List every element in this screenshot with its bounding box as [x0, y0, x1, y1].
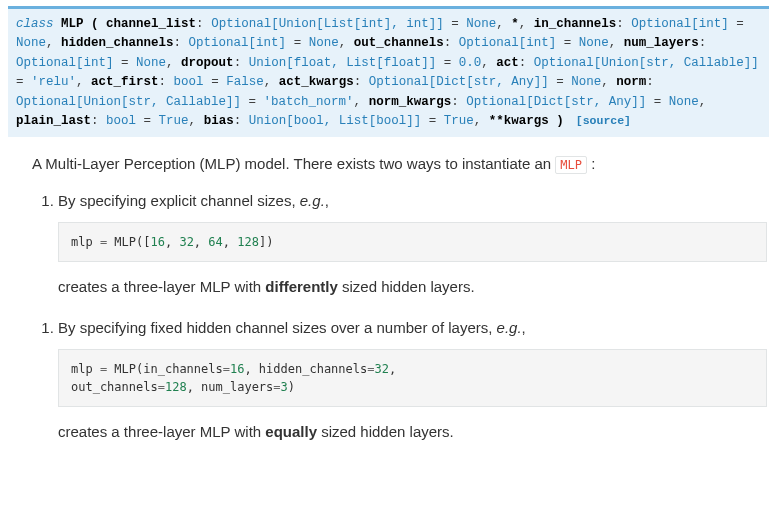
param-default: 'relu' — [31, 75, 76, 89]
code-token: , — [165, 235, 179, 249]
param-default: True — [159, 114, 189, 128]
param-name: plain_last — [16, 114, 91, 128]
list: By specifying explicit channel sizes, e.… — [32, 190, 767, 299]
param-type: Optional[int] — [189, 36, 287, 50]
code-token: mlp — [71, 235, 100, 249]
code-token: MLP([ — [107, 235, 150, 249]
code-token: , — [389, 362, 396, 376]
code-block: mlp = MLP(in_channels=16, hidden_channel… — [58, 349, 767, 407]
code-token: 16 — [230, 362, 244, 376]
list-item: By specifying explicit channel sizes, e.… — [58, 190, 767, 299]
after-text: creates a three-layer MLP with — [58, 423, 265, 440]
lead-text: By specifying explicit channel sizes, — [58, 192, 300, 209]
param-name: * — [511, 17, 519, 31]
code-token: , — [194, 235, 208, 249]
code-token: 3 — [281, 380, 288, 394]
class-keyword: class — [16, 17, 54, 31]
param-name: channel_list — [106, 17, 196, 31]
source-link[interactable]: [source] — [576, 114, 631, 127]
paren-close: ) — [556, 114, 564, 128]
lead-text-end: , — [522, 319, 526, 336]
param-name: norm_kwargs — [369, 95, 452, 109]
lead-em: e.g. — [300, 192, 325, 209]
class-signature: class MLP ( channel_list: Optional[Union… — [8, 6, 769, 137]
param-name: dropout — [181, 56, 234, 70]
class-description: A Multi-Layer Perception (MLP) model. Th… — [8, 137, 769, 464]
code-token: 128 — [165, 380, 187, 394]
class-name: MLP — [61, 17, 84, 31]
code-token: , hidden_channels — [244, 362, 367, 376]
param-default: None — [136, 56, 166, 70]
param-name: **kwargs — [489, 114, 549, 128]
lead-text: By specifying fixed hidden channel sizes… — [58, 319, 497, 336]
param-name: in_channels — [534, 17, 617, 31]
inline-code-mlp: MLP — [555, 156, 587, 174]
param-type: Optional[int] — [459, 36, 557, 50]
after-strong: differently — [265, 278, 338, 295]
param-default: None — [579, 36, 609, 50]
list-item: By specifying fixed hidden channel sizes… — [58, 317, 767, 444]
paren-open: ( — [91, 17, 99, 31]
code-token: = — [223, 362, 230, 376]
code-token: mlp — [71, 362, 100, 376]
after-text-end: sized hidden layers. — [317, 423, 454, 440]
param-name: num_layers — [624, 36, 699, 50]
param-type: Optional[Union[List[int], int]] — [211, 17, 444, 31]
code-token: 32 — [179, 235, 193, 249]
list: By specifying fixed hidden channel sizes… — [32, 317, 767, 444]
param-default: 'batch_norm' — [264, 95, 354, 109]
param-name: bias — [204, 114, 234, 128]
code-token: MLP(in_channels — [107, 362, 223, 376]
list-item-lead: By specifying explicit channel sizes, e.… — [58, 190, 767, 213]
param-default: None — [571, 75, 601, 89]
code-token: 16 — [151, 235, 165, 249]
param-default: 0.0 — [459, 56, 482, 70]
code-token: ]) — [259, 235, 273, 249]
after-text-end: sized hidden layers. — [338, 278, 475, 295]
param-type: Optional[int] — [16, 56, 114, 70]
code-token: , — [223, 235, 237, 249]
code-token: 64 — [208, 235, 222, 249]
code-token: , num_layers — [187, 380, 274, 394]
param-type: Union[float, List[float]] — [249, 56, 437, 70]
code-token: 128 — [237, 235, 259, 249]
param-type: Optional[Union[str, Callable]] — [534, 56, 759, 70]
after-strong: equally — [265, 423, 317, 440]
param-type: Optional[int] — [631, 17, 729, 31]
param-type: Optional[Union[str, Callable]] — [16, 95, 241, 109]
code-token: 32 — [374, 362, 388, 376]
param-type: Optional[Dict[str, Any]] — [466, 95, 646, 109]
code-token: ) — [288, 380, 295, 394]
param-name: act_first — [91, 75, 159, 89]
lead-text-end: , — [325, 192, 329, 209]
param-name: out_channels — [354, 36, 444, 50]
code-token: out_channels — [71, 380, 158, 394]
lead-em: e.g. — [497, 319, 522, 336]
param-name: norm — [616, 75, 646, 89]
param-default: True — [444, 114, 474, 128]
param-type: Optional[Dict[str, Any]] — [369, 75, 549, 89]
intro-text: A Multi-Layer Perception (MLP) model. Th… — [32, 155, 555, 172]
param-name: act — [496, 56, 519, 70]
param-type: Union[bool, List[bool]] — [249, 114, 422, 128]
intro-paragraph: A Multi-Layer Perception (MLP) model. Th… — [32, 153, 767, 176]
param-default: None — [669, 95, 699, 109]
list-item-after: creates a three-layer MLP with equally s… — [58, 421, 767, 444]
param-name: hidden_channels — [61, 36, 174, 50]
after-text: creates a three-layer MLP with — [58, 278, 265, 295]
list-item-lead: By specifying fixed hidden channel sizes… — [58, 317, 767, 340]
param-name: act_kwargs — [279, 75, 354, 89]
param-default: False — [226, 75, 264, 89]
instantiation-list: By specifying explicit channel sizes, e.… — [32, 190, 767, 444]
param-default: None — [309, 36, 339, 50]
code-token: = — [273, 380, 280, 394]
list-item-after: creates a three-layer MLP with different… — [58, 276, 767, 299]
param-type: bool — [174, 75, 204, 89]
code-token: = — [158, 380, 165, 394]
code-block: mlp = MLP([16, 32, 64, 128]) — [58, 222, 767, 262]
param-default: None — [16, 36, 46, 50]
intro-text-end: : — [591, 155, 595, 172]
param-type: bool — [106, 114, 136, 128]
param-default: None — [466, 17, 496, 31]
